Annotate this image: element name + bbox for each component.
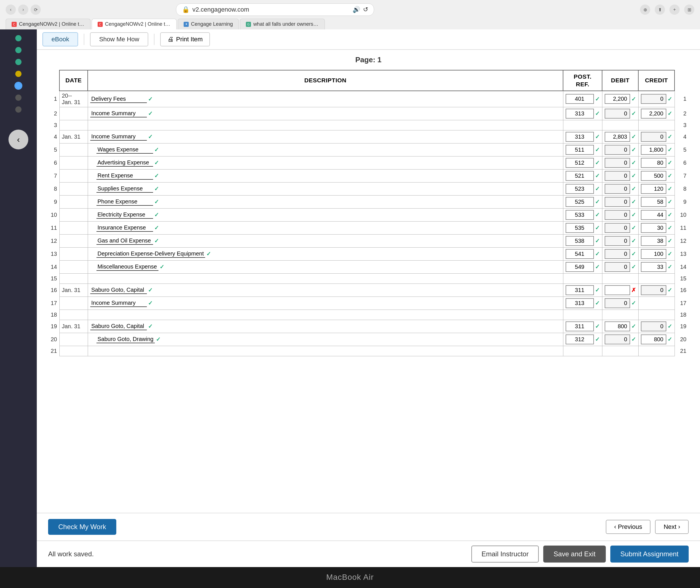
postref-input-19[interactable] (566, 321, 594, 331)
postref-cell-16[interactable]: ✓ (563, 284, 602, 297)
desc-cell-16[interactable]: Saburo Goto, Capital✓ (88, 284, 563, 297)
credit-cell-2[interactable]: ✓ (638, 107, 675, 120)
desc-select-4[interactable]: Income Summary (90, 133, 147, 141)
credit-input-14[interactable] (641, 262, 666, 272)
desc-select-9[interactable]: Phone Expense (96, 198, 153, 206)
postref-cell-14[interactable]: ✓ (563, 260, 602, 273)
debit-cell-13[interactable]: ✓ (602, 247, 638, 260)
postref-cell-5[interactable]: ✓ (563, 143, 602, 156)
postref-cell-9[interactable]: ✓ (563, 195, 602, 208)
credit-input-1[interactable] (641, 94, 666, 104)
postref-cell-6[interactable]: ✓ (563, 156, 602, 169)
sidebar-dot-2[interactable] (15, 47, 22, 53)
desc-select-5[interactable]: Wages Expense (96, 146, 153, 154)
forward-button[interactable]: › (18, 5, 28, 15)
new-tab-button[interactable]: + (669, 5, 680, 15)
credit-cell-1[interactable]: ✓ (638, 91, 675, 107)
add-tab-button[interactable]: ⊕ (640, 5, 650, 15)
credit-input-20[interactable] (641, 334, 666, 344)
desc-select-16[interactable]: Saburo Goto, Capital (90, 286, 147, 294)
credit-cell-21[interactable] (638, 346, 675, 356)
credit-input-5[interactable] (641, 145, 666, 155)
debit-cell-10[interactable]: ✓ (602, 208, 638, 221)
postref-input-20[interactable] (566, 334, 594, 344)
postref-cell-2[interactable]: ✓ (563, 107, 602, 120)
postref-input-13[interactable] (566, 249, 594, 259)
debit-input-19[interactable] (605, 321, 630, 331)
credit-input-11[interactable] (641, 223, 666, 233)
desc-cell-10[interactable]: Electricity Expense✓ (88, 208, 563, 221)
desc-select-19[interactable]: Saburo Goto, Capital (90, 322, 147, 330)
postref-cell-12[interactable]: ✓ (563, 234, 602, 247)
desc-cell-20[interactable]: Saburo Goto, Drawing✓ (88, 333, 563, 346)
credit-cell-20[interactable]: ✓ (638, 333, 675, 346)
next-button[interactable]: Next › (655, 520, 689, 534)
credit-cell-13[interactable]: ✓ (638, 247, 675, 260)
ebook-button[interactable]: eBook (42, 32, 78, 46)
previous-button[interactable]: ‹ Previous (606, 520, 651, 534)
debit-input-8[interactable] (605, 184, 630, 194)
credit-cell-17[interactable] (638, 297, 675, 310)
postref-cell-4[interactable]: ✓ (563, 130, 602, 143)
desc-cell-7[interactable]: Rent Expense✓ (88, 169, 563, 182)
debit-input-9[interactable] (605, 197, 630, 207)
desc-cell-14[interactable]: Miscellaneous Expense✓ (88, 260, 563, 273)
debit-input-1[interactable] (605, 94, 630, 104)
debit-cell-18[interactable] (602, 310, 638, 320)
desc-cell-5[interactable]: Wages Expense✓ (88, 143, 563, 156)
sidebar-dot-5[interactable] (15, 83, 22, 89)
desc-cell-13[interactable]: Depreciation Expense-Delivery Equipment✓ (88, 247, 563, 260)
sidebar-dot-4[interactable] (15, 71, 22, 77)
debit-input-14[interactable] (605, 262, 630, 272)
debit-cell-7[interactable]: ✓ (602, 169, 638, 182)
credit-cell-15[interactable] (638, 273, 675, 284)
postref-input-8[interactable] (566, 184, 594, 194)
credit-input-13[interactable] (641, 249, 666, 259)
postref-cell-19[interactable]: ✓ (563, 320, 602, 333)
debit-input-11[interactable] (605, 223, 630, 233)
desc-cell-1[interactable]: Delivery Fees✓ (88, 91, 563, 107)
desc-select-20[interactable]: Saburo Goto, Drawing (96, 335, 155, 343)
credit-input-8[interactable] (641, 184, 666, 194)
desc-select-6[interactable]: Advertising Expense (96, 159, 153, 167)
desc-cell-17[interactable]: Income Summary✓ (88, 297, 563, 310)
debit-cell-11[interactable]: ✓ (602, 221, 638, 234)
credit-input-10[interactable] (641, 210, 666, 220)
postref-cell-17[interactable]: ✓ (563, 297, 602, 310)
postref-input-7[interactable] (566, 171, 594, 181)
debit-cell-1[interactable]: ✓ (602, 91, 638, 107)
debit-cell-12[interactable]: ✓ (602, 234, 638, 247)
credit-cell-19[interactable]: ✓ (638, 320, 675, 333)
debit-cell-16[interactable]: ✗ (602, 284, 638, 297)
address-bar[interactable]: 🔒 v2.cengagenow.com 🔊 ↺ (176, 3, 374, 16)
credit-cell-14[interactable]: ✓ (638, 260, 675, 273)
debit-cell-21[interactable] (602, 346, 638, 356)
desc-select-8[interactable]: Supplies Expense (96, 185, 153, 193)
desc-cell-19[interactable]: Saburo Goto, Capital✓ (88, 320, 563, 333)
tab-3[interactable]: ✦ Cengage Learning (178, 19, 239, 29)
postref-input-4[interactable] (566, 132, 594, 142)
credit-input-19[interactable] (641, 321, 666, 331)
debit-input-13[interactable] (605, 249, 630, 259)
desc-select-1[interactable]: Delivery Fees (90, 95, 147, 103)
debit-cell-5[interactable]: ✓ (602, 143, 638, 156)
debit-cell-19[interactable]: ✓ (602, 320, 638, 333)
debit-cell-20[interactable]: ✓ (602, 333, 638, 346)
debit-input-4[interactable] (605, 132, 630, 142)
save-and-exit-button[interactable]: Save and Exit (543, 546, 605, 563)
submit-assignment-button[interactable]: Submit Assignment (610, 546, 689, 563)
postref-input-2[interactable] (566, 109, 594, 119)
reload-button[interactable]: ⟳ (31, 5, 41, 15)
desc-select-11[interactable]: Insurance Expense (96, 224, 153, 232)
postref-cell-10[interactable]: ✓ (563, 208, 602, 221)
desc-cell-12[interactable]: Gas and Oil Expense✓ (88, 234, 563, 247)
debit-cell-15[interactable] (602, 273, 638, 284)
desc-select-7[interactable]: Rent Expense (96, 172, 153, 180)
postref-input-6[interactable] (566, 158, 594, 168)
postref-cell-11[interactable]: ✓ (563, 221, 602, 234)
credit-cell-16[interactable]: ✓ (638, 284, 675, 297)
credit-cell-6[interactable]: ✓ (638, 156, 675, 169)
credit-cell-9[interactable]: ✓ (638, 195, 675, 208)
desc-select-14[interactable]: Miscellaneous Expense (96, 263, 158, 271)
print-item-button[interactable]: 🖨 Print Item (160, 32, 210, 46)
